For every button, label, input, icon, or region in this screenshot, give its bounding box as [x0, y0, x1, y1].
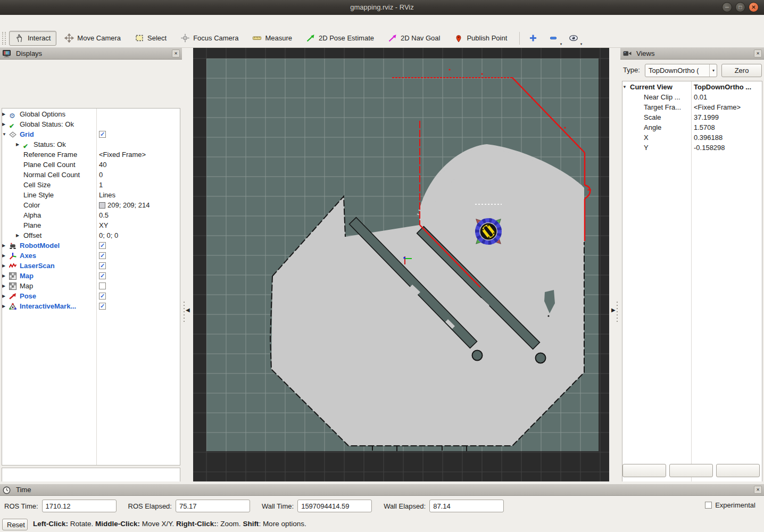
experimental-checkbox[interactable] — [705, 502, 712, 509]
collapse-right-icon[interactable]: ▶ — [611, 307, 616, 313]
tool-button[interactable]: ▾ — [564, 31, 583, 46]
expander-icon[interactable]: ▶ — [2, 281, 9, 291]
time-input[interactable] — [176, 500, 250, 512]
tree-row[interactable]: ▶ ⚙ Global Options — [2, 109, 180, 119]
tool-button[interactable]: Measure — [246, 31, 298, 46]
tree-row[interactable]: Scale 37.1999 — [622, 112, 762, 122]
tree-row[interactable]: Plane Cell Count 40 — [2, 160, 180, 170]
time-panel-header[interactable]: Time ✕ — [0, 484, 764, 496]
property-value[interactable]: Lines — [99, 190, 115, 200]
property-value[interactable]: TopDownOrtho ... — [694, 82, 751, 92]
tree-row[interactable]: X 0.396188 — [622, 132, 762, 143]
tree-row[interactable]: Near Clip ... 0.01 — [622, 92, 762, 102]
property-value[interactable]: 1.5708 — [694, 122, 715, 132]
visibility-checkbox[interactable] — [99, 282, 106, 289]
tool-button[interactable]: 2D Pose Estimate — [300, 31, 380, 46]
panel-button[interactable] — [622, 464, 666, 477]
visibility-checkbox[interactable]: ✓ — [99, 293, 106, 300]
tree-row[interactable]: ▶ InteractiveMark... ✓ — [2, 301, 180, 311]
tree-row[interactable]: ▶ Offset 0; 0; 0 — [2, 230, 180, 240]
menu-item[interactable] — [3, 20, 15, 23]
tree-row[interactable]: Alpha 0.5 — [2, 210, 180, 220]
right-splitter[interactable]: ▶ — [609, 48, 620, 481]
render-viewport[interactable] — [193, 48, 609, 481]
property-value[interactable]: 0.01 — [694, 92, 707, 102]
property-value[interactable]: 209; 209; 214 — [107, 200, 150, 210]
panel-close-icon[interactable]: ✕ — [754, 486, 762, 494]
view-type-select[interactable]: TopDownOrtho ( ▾ — [645, 64, 717, 77]
experimental-checkbox-row[interactable]: Experimental — [705, 501, 755, 509]
tree-row[interactable]: ▶ Map ✓ — [2, 271, 180, 281]
reset-button[interactable]: Reset — [2, 519, 28, 530]
property-value[interactable]: 0 — [99, 170, 103, 180]
tool-button[interactable]: Focus Camera — [175, 31, 244, 46]
panel-button[interactable] — [716, 464, 760, 477]
tree-row[interactable]: ▼ Current View TopDownOrtho ... — [622, 82, 762, 92]
tool-button[interactable]: Move Camera — [59, 31, 127, 46]
visibility-checkbox[interactable]: ✓ — [99, 262, 106, 269]
expander-icon[interactable]: ▶ — [2, 240, 9, 251]
expander-icon[interactable]: ▼ — [622, 82, 629, 92]
visibility-checkbox[interactable]: ✓ — [99, 131, 106, 138]
expander-icon[interactable]: ▶ — [2, 271, 9, 281]
views-panel-header[interactable]: Views ✕ — [620, 48, 764, 60]
tool-button[interactable]: ▾ — [524, 31, 542, 46]
maximize-button[interactable]: □ — [735, 2, 745, 12]
property-value[interactable]: 1 — [99, 180, 103, 190]
collapse-left-icon[interactable]: ◀ — [186, 307, 190, 313]
expander-icon[interactable]: ▶ — [2, 251, 9, 261]
time-input[interactable] — [429, 500, 504, 512]
dropdown-arrow-icon[interactable]: ▾ — [580, 42, 583, 46]
zero-button[interactable]: Zero — [721, 64, 762, 77]
color-swatch[interactable] — [99, 202, 105, 209]
tree-row[interactable]: ▶ ✔ Status: Ok — [2, 139, 180, 149]
panel-close-icon[interactable]: ✕ — [754, 49, 762, 57]
tree-row[interactable]: Normal Cell Count 0 — [2, 170, 180, 180]
visibility-checkbox[interactable]: ✓ — [99, 272, 106, 279]
property-value[interactable]: XY — [99, 220, 108, 230]
tree-row[interactable]: ▶ Pose ✓ — [2, 291, 180, 301]
tree-row[interactable]: Y -0.158298 — [622, 143, 762, 153]
robot-marker[interactable] — [474, 217, 503, 246]
tree-row[interactable]: ▶ Axes ✓ — [2, 251, 180, 261]
tree-row[interactable]: Target Fra... <Fixed Frame> — [622, 102, 762, 112]
property-value[interactable]: 40 — [99, 160, 106, 170]
tool-button[interactable]: ▾ — [544, 31, 562, 46]
expander-icon[interactable]: ▼ — [2, 129, 9, 139]
panel-close-icon[interactable]: ✕ — [172, 49, 180, 57]
tree-row[interactable]: ▶ RobotModel ✓ — [2, 240, 180, 251]
visibility-checkbox[interactable]: ✓ — [99, 252, 106, 259]
property-value[interactable]: 0.5 — [99, 210, 109, 220]
expander-icon[interactable]: ▶ — [16, 139, 23, 149]
displays-panel-header[interactable]: Displays ✕ — [0, 48, 182, 60]
dropdown-arrow-icon[interactable]: ▾ — [560, 42, 562, 46]
visibility-checkbox[interactable]: ✓ — [99, 303, 106, 310]
visibility-checkbox[interactable]: ✓ — [99, 242, 106, 249]
minimize-button[interactable]: ─ — [722, 2, 732, 12]
panel-button[interactable] — [669, 464, 713, 477]
time-input[interactable] — [42, 500, 117, 512]
left-splitter[interactable]: ◀ — [182, 48, 193, 481]
property-value[interactable]: 0; 0; 0 — [99, 230, 118, 240]
tool-button[interactable]: Interact — [9, 31, 56, 46]
title-bar[interactable]: gmapping.rviz - RViz ─ □ ✕ — [0, 0, 764, 15]
tree-row[interactable]: ▶ ✔ Global Status: Ok — [2, 119, 180, 129]
tool-button[interactable]: Publish Point — [448, 31, 513, 46]
time-input[interactable] — [297, 500, 372, 512]
tree-row[interactable]: Angle 1.5708 — [622, 122, 762, 132]
tool-button[interactable]: Select — [129, 31, 172, 46]
tree-row[interactable]: ▼ Grid ✓ — [2, 129, 180, 139]
property-value[interactable]: <Fixed Frame> — [694, 102, 741, 112]
property-value[interactable]: 0.396188 — [694, 132, 723, 143]
expander-icon[interactable]: ▶ — [2, 109, 9, 119]
menu-item[interactable] — [15, 20, 27, 23]
expander-icon[interactable]: ▶ — [2, 291, 9, 301]
property-value[interactable]: -0.158298 — [694, 143, 725, 153]
property-value[interactable]: <Fixed Frame> — [99, 149, 146, 160]
tree-row[interactable]: Line Style Lines — [2, 190, 180, 200]
toolbar-drag-handle[interactable] — [2, 32, 6, 45]
tree-row[interactable]: Reference Frame <Fixed Frame> — [2, 149, 180, 160]
tree-row[interactable]: Plane XY — [2, 220, 180, 230]
expander-icon[interactable]: ▶ — [2, 119, 9, 129]
menu-item[interactable] — [27, 20, 38, 23]
